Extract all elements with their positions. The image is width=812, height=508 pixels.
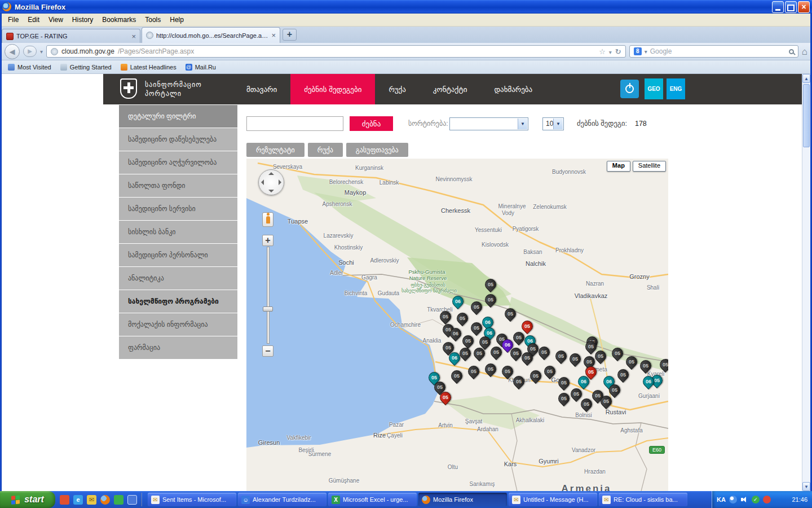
scroll-up-icon[interactable] (802, 74, 810, 83)
menu-item[interactable]: History (68, 14, 98, 25)
map-marker-pin[interactable]: 05 (638, 358, 654, 374)
site-logo[interactable] (120, 78, 138, 100)
bookmark-item[interactable]: Mail.Ru (182, 63, 219, 72)
map-marker-pin[interactable]: 05 (483, 277, 498, 292)
language-button[interactable]: ENG (667, 78, 685, 99)
sidebar-item[interactable]: სამედიცინო სერვისი (119, 198, 237, 220)
quick-launch-icon[interactable] (127, 495, 137, 505)
result-view-tab[interactable]: რუქა (308, 143, 343, 157)
sidebar-item[interactable]: საწოლთა ფონდი (119, 174, 237, 197)
page-size-select[interactable]: 10 ▼ (542, 117, 564, 130)
search-icon[interactable] (789, 49, 794, 54)
bookmark-star-icon[interactable] (599, 47, 606, 56)
map-canvas[interactable]: SeverskayaKurganinskBelorechenskLabinskN… (246, 159, 668, 491)
map-type-satellite-button[interactable]: Satellite (633, 161, 666, 172)
new-tab-button[interactable]: + (283, 29, 297, 41)
sort-dropdown-icon[interactable]: ▼ (518, 119, 527, 129)
street-view-pegman[interactable] (262, 212, 273, 227)
tray-icon[interactable] (763, 496, 771, 503)
scroll-down-icon[interactable] (802, 482, 810, 491)
minimize-button[interactable] (772, 1, 784, 13)
task-button[interactable]: Microsoft Excel - urge... (328, 493, 417, 506)
map-marker-pin[interactable]: 05 (483, 292, 498, 308)
map-marker-pin[interactable]: 05 (610, 345, 625, 361)
sidebar-item[interactable]: სისხლის ბანკი (119, 221, 237, 243)
zoom-slider-handle[interactable] (263, 306, 273, 312)
sidebar-item[interactable]: ანალიტიკა (119, 267, 237, 290)
logout-icon[interactable] (620, 80, 639, 98)
sidebar-item[interactable]: სამედიცინო აღჭურვილობა (119, 151, 237, 174)
menu-item[interactable]: File (3, 14, 23, 25)
site-nav-item[interactable]: კონტაქტი (420, 74, 481, 104)
map-marker-pin[interactable]: 05 (438, 309, 453, 325)
map-marker-pin[interactable]: 05 (556, 375, 572, 391)
task-button[interactable]: Untitled - Message (H... (509, 493, 597, 506)
menu-item[interactable]: Tools (140, 14, 165, 25)
restore-button[interactable] (785, 1, 797, 13)
map-marker-pin[interactable]: 05 (466, 364, 482, 379)
pan-down-icon[interactable] (268, 190, 274, 192)
sort-select[interactable]: ▼ (449, 117, 528, 130)
language-indicator[interactable]: KA (717, 496, 726, 503)
quick-launch-icon[interactable] (100, 495, 110, 505)
pan-up-icon[interactable] (268, 172, 274, 175)
quick-launch-icon[interactable] (60, 495, 69, 505)
site-nav-item[interactable]: რუქა (375, 74, 419, 104)
tray-icon[interactable] (740, 496, 748, 503)
map-marker-pin[interactable]: 05 (553, 348, 569, 364)
page-size-dropdown-icon[interactable]: ▼ (553, 119, 563, 129)
sidebar-item[interactable]: სამედიცინო დაწესებულება (119, 128, 237, 151)
map-marker-pin[interactable]: 05 (483, 361, 498, 377)
map-marker-pin[interactable]: 05 (657, 357, 668, 373)
close-button[interactable]: × (798, 1, 810, 13)
map-marker-pin[interactable]: 05 (528, 368, 544, 384)
zoom-in-button[interactable]: + (262, 235, 273, 246)
url-bar[interactable]: cloud.moh.gov.ge /Pages/SearchPage.aspx (46, 45, 626, 58)
tab-close-icon[interactable]: × (131, 33, 136, 40)
task-button[interactable]: RE: Cloud - sisxlis ba... (599, 493, 687, 506)
menu-item[interactable]: Bookmarks (98, 14, 140, 25)
pan-right-icon[interactable] (279, 179, 281, 185)
map-marker-pin[interactable]: 05 (542, 364, 558, 379)
bookmark-item[interactable]: Latest Headlines (117, 63, 180, 72)
bookmark-item[interactable]: Most Visited (5, 63, 55, 72)
sidebar-item[interactable]: დეტალური ფილტრი (119, 105, 237, 128)
forward-button[interactable] (23, 46, 37, 57)
sidebar-item[interactable]: ფარმაცია (119, 336, 237, 359)
map-marker-pin[interactable]: 05 (568, 386, 584, 402)
quick-launch-icon[interactable] (87, 495, 96, 505)
browser-tab[interactable]: http://cloud.moh.go...es/SearchPage.aspx… (142, 27, 280, 43)
quick-launch-icon[interactable] (114, 495, 123, 505)
map-marker-pin[interactable]: 05 (519, 318, 535, 334)
search-bar[interactable]: 8 Google (629, 45, 798, 58)
task-button[interactable]: Sent Items - Microsof... (148, 493, 236, 506)
sidebar-item[interactable]: სახელმწიფო პროგრამები (119, 290, 237, 313)
map-marker-pin[interactable]: 06 (450, 294, 466, 309)
zoom-out-button[interactable]: − (262, 345, 273, 357)
result-view-tab[interactable]: რეზულტატი (246, 143, 304, 157)
map-marker-pin[interactable]: 05 (502, 306, 518, 322)
menu-item[interactable]: Edit (23, 14, 44, 25)
tray-icon[interactable] (752, 496, 760, 503)
site-nav-item[interactable]: ძებნის შედეგები (290, 74, 375, 104)
map-marker-pin[interactable]: 05 (511, 374, 527, 389)
map-marker-pin[interactable]: 05 (624, 354, 639, 370)
result-view-tab[interactable]: გასუფთავება (346, 143, 408, 157)
menu-item[interactable]: View (44, 14, 68, 25)
start-button[interactable]: start (0, 491, 55, 508)
task-button[interactable]: Mozilla Firefox (418, 493, 507, 506)
zoom-slider-track[interactable] (267, 247, 270, 344)
menu-item[interactable]: Help (165, 14, 188, 25)
task-button[interactable]: Alexander Turdziladz... (238, 493, 326, 506)
site-nav-item[interactable]: მთავარი (233, 74, 290, 104)
url-dropdown-icon[interactable] (609, 47, 612, 56)
pan-left-icon[interactable] (261, 179, 264, 185)
scroll-thumb[interactable] (803, 84, 810, 147)
site-nav-item[interactable]: დახმარება (480, 74, 546, 104)
map-marker-pin[interactable]: 05 (500, 364, 515, 379)
history-dropdown-icon[interactable] (40, 49, 43, 55)
map-marker-pin[interactable]: 05 (567, 351, 583, 367)
map-marker-pin[interactable]: 05 (556, 391, 572, 406)
tab-close-icon[interactable]: × (271, 32, 276, 39)
map-marker-pin[interactable]: 05 (469, 299, 484, 315)
